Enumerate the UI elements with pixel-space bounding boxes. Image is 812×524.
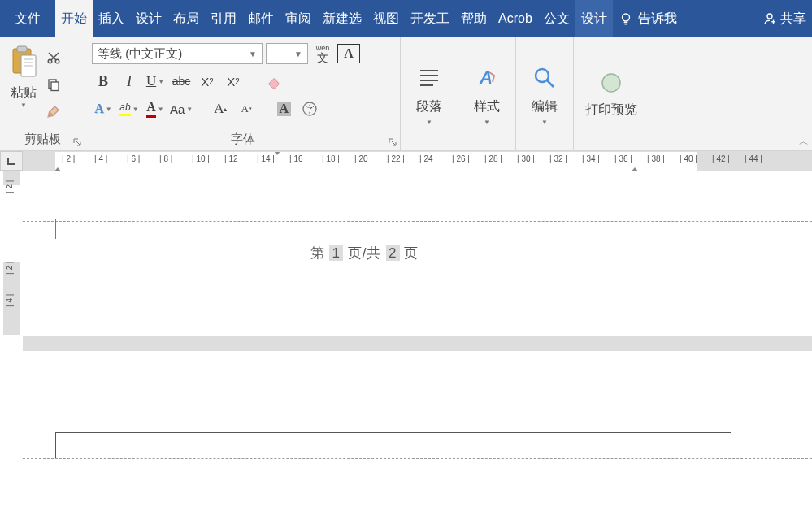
page2-right-border (706, 432, 706, 458)
chevron-down-icon: ▼ (541, 119, 548, 126)
character-border-button[interactable]: A (337, 44, 360, 63)
ruler-tick: | 6 | (127, 154, 140, 163)
circle-icon (599, 71, 623, 95)
chevron-down-icon: ▼ (106, 106, 112, 113)
vertical-ruler[interactable]: | 2 || 2 || 4 | (0, 171, 23, 524)
tab-references[interactable]: 引用 (205, 0, 242, 37)
ruler-tick: | 20 | (354, 154, 372, 163)
ribbon: 粘贴 ▼ 剪贴板 等线 (中文正文)▼ ▼ wén文 A B I U▼ (0, 37, 812, 151)
page-gap (23, 336, 812, 351)
ruler-tick: | 28 | (484, 154, 502, 163)
tab-design[interactable]: 设计 (130, 0, 167, 37)
ruler-tick: | 36 | (614, 154, 632, 163)
circle-char-icon: 字 (302, 101, 318, 117)
footer-margin-left (55, 219, 56, 239)
copy-button[interactable] (44, 73, 63, 96)
svg-point-19 (536, 69, 549, 82)
svg-point-20 (602, 74, 620, 92)
underline-button[interactable]: U▼ (144, 70, 167, 93)
page2-left-border (55, 432, 56, 458)
tab-acrobat[interactable]: Acrob (493, 0, 538, 37)
group-font: 等线 (中文正文)▼ ▼ wén文 A B I U▼ abc X2 X2 A▼ … (85, 37, 401, 150)
cut-button[interactable] (44, 46, 63, 69)
strikethrough-button[interactable]: abc (170, 70, 193, 93)
ruler-tick: | 22 | (387, 154, 405, 163)
subscript-button[interactable]: X2 (196, 70, 219, 93)
tab-developer[interactable]: 开发工 (405, 0, 455, 37)
highlight-button[interactable]: ab▼ (118, 97, 141, 120)
font-launcher[interactable] (387, 136, 398, 148)
tab-help[interactable]: 帮助 (455, 0, 493, 37)
chevron-down-icon: ▼ (426, 119, 432, 126)
tab-insert[interactable]: 插入 (93, 0, 130, 37)
shrink-font-button[interactable]: A▾ (235, 97, 258, 120)
tab-design-context[interactable]: 设计 (575, 0, 613, 37)
vruler-tick: | 4 | (5, 294, 14, 307)
svg-point-0 (622, 14, 629, 21)
tab-file[interactable]: 文件 (0, 0, 55, 37)
page-suffix: 页 (404, 245, 419, 261)
italic-button[interactable]: I (118, 70, 141, 93)
page2-top-border (55, 432, 731, 433)
ruler-tick: | 14 | (257, 154, 275, 163)
clipboard-launcher[interactable] (72, 136, 83, 148)
ribbon-tabs: 文件 开始 插入 设计 布局 引用 邮件 审阅 新建选 视图 开发工 帮助 Ac… (0, 0, 812, 37)
group-editing: 编辑 ▼ (516, 37, 574, 150)
styles-icon: A (473, 64, 501, 92)
change-case-button[interactable]: Aa▼ (170, 97, 193, 120)
page-total: 2 (386, 245, 399, 261)
bold-button[interactable]: B (92, 70, 115, 93)
print-preview-button[interactable]: 打印预览 (579, 41, 644, 149)
ruler-margin-left (23, 152, 55, 171)
tab-mail[interactable]: 邮件 (242, 0, 280, 37)
clear-formatting-button[interactable] (263, 70, 285, 93)
paste-button[interactable]: 粘贴 ▼ (5, 41, 42, 128)
tab-layout[interactable]: 布局 (167, 0, 205, 37)
tab-newtab[interactable]: 新建选 (317, 0, 367, 37)
font-name-combo[interactable]: 等线 (中文正文)▼ (92, 43, 263, 64)
ruler-tick: | 42 | (712, 154, 730, 163)
enclose-characters-button[interactable]: 字 (298, 97, 321, 120)
phonetic-guide-button[interactable]: wén文 (311, 42, 334, 65)
group-clipboard: 粘贴 ▼ 剪贴板 (0, 37, 85, 150)
ruler-tick: | 38 | (647, 154, 665, 163)
ruler-tick: | 34 | (582, 154, 600, 163)
tell-me[interactable]: 告诉我 (613, 0, 683, 37)
document-canvas[interactable]: 第 1 页/共 2 页 (23, 171, 812, 524)
svg-text:A: A (479, 67, 493, 88)
paragraph-button[interactable]: 段落 ▼ (406, 41, 453, 149)
character-shading-button[interactable]: A (272, 97, 295, 120)
chevron-down-icon: ▼ (249, 50, 257, 58)
tab-selector[interactable] (0, 151, 23, 171)
format-painter-button[interactable] (44, 100, 63, 123)
preview-label: 打印预览 (585, 102, 637, 119)
chevron-down-icon: ▼ (186, 106, 193, 113)
chevron-down-icon: ▼ (158, 78, 164, 85)
document-area: | 2 || 2 || 4 | 第 1 页/共 2 页 (0, 171, 812, 524)
font-color-button[interactable]: A▼ (144, 97, 167, 120)
ruler-tick: | 26 | (452, 154, 470, 163)
chevron-down-icon: ▼ (158, 106, 164, 113)
tab-gongwen[interactable]: 公文 (538, 0, 575, 37)
tab-home[interactable]: 开始 (55, 0, 93, 37)
group-preview: 打印预览 (574, 37, 649, 150)
share-icon (762, 11, 777, 26)
styles-button[interactable]: A 样式 ▼ (463, 41, 510, 149)
share-button[interactable]: 共享 (757, 0, 812, 37)
ruler-tick: | 40 | (680, 154, 697, 163)
collapse-ribbon-button[interactable]: ︿ (799, 135, 809, 149)
text-effects-button[interactable]: A▼ (92, 97, 115, 120)
header-boundary-dash (23, 458, 812, 459)
ruler-tick: | 2 | (62, 154, 75, 163)
font-size-combo[interactable]: ▼ (266, 43, 308, 64)
tab-review[interactable]: 审阅 (280, 0, 317, 37)
ruler-tick: | 24 | (419, 154, 437, 163)
tab-view[interactable]: 视图 (367, 0, 405, 37)
horizontal-ruler[interactable]: | 2 || 4 || 6 || 8 || 10 || 12 || 14 || … (23, 151, 812, 171)
grow-font-button[interactable]: A▴ (209, 97, 232, 120)
paragraph-label: 段落 (416, 98, 442, 115)
copy-icon (46, 77, 61, 92)
superscript-button[interactable]: X2 (222, 70, 245, 93)
svg-point-1 (767, 14, 772, 19)
editing-button[interactable]: 编辑 ▼ (521, 41, 568, 149)
